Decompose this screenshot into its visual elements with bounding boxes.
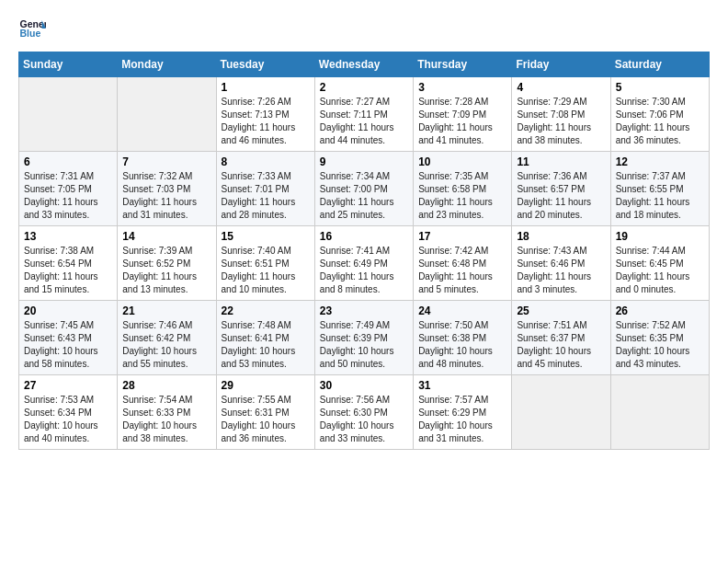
calendar-cell: 16Sunrise: 7:41 AMSunset: 6:49 PMDayligh… (314, 226, 413, 301)
calendar-cell (610, 375, 709, 450)
day-number: 23 (320, 304, 408, 317)
day-info: Sunrise: 7:54 AMSunset: 6:33 PMDaylight:… (122, 394, 210, 445)
day-info: Sunrise: 7:39 AMSunset: 6:52 PMDaylight:… (122, 245, 210, 296)
calendar-table: SundayMondayTuesdayWednesdayThursdayFrid… (18, 52, 710, 450)
day-number: 27 (24, 379, 112, 392)
svg-text:Blue: Blue (20, 28, 41, 39)
week-row-3: 13Sunrise: 7:38 AMSunset: 6:54 PMDayligh… (19, 226, 710, 301)
day-number: 19 (616, 230, 704, 243)
calendar-cell: 27Sunrise: 7:53 AMSunset: 6:34 PMDayligh… (19, 375, 118, 450)
day-number: 22 (222, 304, 310, 317)
calendar-cell: 15Sunrise: 7:40 AMSunset: 6:51 PMDayligh… (216, 226, 314, 301)
calendar-cell: 23Sunrise: 7:49 AMSunset: 6:39 PMDayligh… (314, 301, 413, 375)
day-number: 8 (222, 155, 310, 168)
day-number: 15 (222, 230, 310, 243)
logo: General Blue (18, 15, 50, 42)
day-info: Sunrise: 7:57 AMSunset: 6:29 PMDaylight:… (418, 394, 506, 445)
day-number: 13 (24, 230, 112, 243)
calendar-cell: 29Sunrise: 7:55 AMSunset: 6:31 PMDayligh… (216, 375, 314, 450)
day-info: Sunrise: 7:52 AMSunset: 6:35 PMDaylight:… (616, 319, 704, 371)
day-info: Sunrise: 7:46 AMSunset: 6:42 PMDaylight:… (122, 319, 210, 371)
day-number: 25 (517, 304, 605, 317)
day-number: 29 (222, 379, 310, 392)
calendar-cell: 26Sunrise: 7:52 AMSunset: 6:35 PMDayligh… (610, 301, 709, 375)
calendar-cell: 19Sunrise: 7:44 AMSunset: 6:45 PMDayligh… (610, 226, 709, 301)
day-info: Sunrise: 7:26 AMSunset: 7:13 PMDaylight:… (222, 96, 310, 147)
day-number: 12 (616, 155, 704, 168)
day-info: Sunrise: 7:51 AMSunset: 6:37 PMDaylight:… (517, 319, 605, 371)
day-number: 9 (320, 155, 408, 168)
day-number: 18 (517, 230, 605, 243)
day-number: 4 (517, 81, 605, 94)
page-header: General Blue (18, 15, 710, 42)
day-info: Sunrise: 7:44 AMSunset: 6:45 PMDaylight:… (616, 245, 704, 296)
calendar-cell: 21Sunrise: 7:46 AMSunset: 6:42 PMDayligh… (118, 301, 216, 375)
day-number: 7 (122, 155, 210, 168)
calendar-cell: 3Sunrise: 7:28 AMSunset: 7:09 PMDaylight… (414, 77, 512, 152)
weekday-header-sunday: Sunday (19, 52, 118, 77)
calendar-cell: 2Sunrise: 7:27 AMSunset: 7:11 PMDaylight… (314, 77, 413, 152)
day-number: 1 (222, 81, 310, 94)
week-row-2: 6Sunrise: 7:31 AMSunset: 7:05 PMDaylight… (19, 152, 710, 226)
day-number: 28 (122, 379, 210, 392)
day-info: Sunrise: 7:29 AMSunset: 7:08 PMDaylight:… (517, 96, 605, 147)
calendar-cell: 22Sunrise: 7:48 AMSunset: 6:41 PMDayligh… (216, 301, 314, 375)
weekday-header-saturday: Saturday (610, 52, 709, 77)
calendar-cell: 17Sunrise: 7:42 AMSunset: 6:48 PMDayligh… (414, 226, 512, 301)
day-info: Sunrise: 7:31 AMSunset: 7:05 PMDaylight:… (24, 170, 112, 222)
day-info: Sunrise: 7:43 AMSunset: 6:46 PMDaylight:… (517, 245, 605, 296)
weekday-header-tuesday: Tuesday (216, 52, 314, 77)
calendar-cell (19, 77, 118, 152)
calendar-cell: 10Sunrise: 7:35 AMSunset: 6:58 PMDayligh… (414, 152, 512, 226)
week-row-5: 27Sunrise: 7:53 AMSunset: 6:34 PMDayligh… (19, 375, 710, 450)
calendar-cell: 24Sunrise: 7:50 AMSunset: 6:38 PMDayligh… (414, 301, 512, 375)
day-info: Sunrise: 7:35 AMSunset: 6:58 PMDaylight:… (418, 170, 506, 222)
calendar-cell: 4Sunrise: 7:29 AMSunset: 7:08 PMDaylight… (512, 77, 610, 152)
calendar-cell: 20Sunrise: 7:45 AMSunset: 6:43 PMDayligh… (19, 301, 118, 375)
calendar-cell: 13Sunrise: 7:38 AMSunset: 6:54 PMDayligh… (19, 226, 118, 301)
calendar-cell: 6Sunrise: 7:31 AMSunset: 7:05 PMDaylight… (19, 152, 118, 226)
day-info: Sunrise: 7:55 AMSunset: 6:31 PMDaylight:… (222, 394, 310, 445)
calendar-cell: 11Sunrise: 7:36 AMSunset: 6:57 PMDayligh… (512, 152, 610, 226)
day-number: 26 (616, 304, 704, 317)
day-info: Sunrise: 7:37 AMSunset: 6:55 PMDaylight:… (616, 170, 704, 222)
weekday-header-wednesday: Wednesday (314, 52, 413, 77)
calendar-cell: 12Sunrise: 7:37 AMSunset: 6:55 PMDayligh… (610, 152, 709, 226)
day-info: Sunrise: 7:32 AMSunset: 7:03 PMDaylight:… (122, 170, 210, 222)
day-number: 3 (418, 81, 506, 94)
day-info: Sunrise: 7:38 AMSunset: 6:54 PMDaylight:… (24, 245, 112, 296)
calendar-cell: 31Sunrise: 7:57 AMSunset: 6:29 PMDayligh… (414, 375, 512, 450)
day-number: 11 (517, 155, 605, 168)
calendar-cell: 8Sunrise: 7:33 AMSunset: 7:01 PMDaylight… (216, 152, 314, 226)
day-info: Sunrise: 7:53 AMSunset: 6:34 PMDaylight:… (24, 394, 112, 445)
weekday-header-thursday: Thursday (414, 52, 512, 77)
day-info: Sunrise: 7:27 AMSunset: 7:11 PMDaylight:… (320, 96, 408, 147)
day-number: 6 (24, 155, 112, 168)
calendar-cell: 25Sunrise: 7:51 AMSunset: 6:37 PMDayligh… (512, 301, 610, 375)
day-info: Sunrise: 7:48 AMSunset: 6:41 PMDaylight:… (222, 319, 310, 371)
day-info: Sunrise: 7:41 AMSunset: 6:49 PMDaylight:… (320, 245, 408, 296)
weekday-header-friday: Friday (512, 52, 610, 77)
calendar-cell: 28Sunrise: 7:54 AMSunset: 6:33 PMDayligh… (118, 375, 216, 450)
calendar-cell (118, 77, 216, 152)
calendar-cell (512, 375, 610, 450)
calendar-cell: 1Sunrise: 7:26 AMSunset: 7:13 PMDaylight… (216, 77, 314, 152)
day-number: 31 (418, 379, 506, 392)
calendar-cell: 18Sunrise: 7:43 AMSunset: 6:46 PMDayligh… (512, 226, 610, 301)
day-info: Sunrise: 7:40 AMSunset: 6:51 PMDaylight:… (222, 245, 310, 296)
day-info: Sunrise: 7:34 AMSunset: 7:00 PMDaylight:… (320, 170, 408, 222)
logo-icon: General Blue (18, 15, 46, 42)
week-row-4: 20Sunrise: 7:45 AMSunset: 6:43 PMDayligh… (19, 301, 710, 375)
day-info: Sunrise: 7:45 AMSunset: 6:43 PMDaylight:… (24, 319, 112, 371)
day-number: 5 (616, 81, 704, 94)
day-number: 24 (418, 304, 506, 317)
calendar-cell: 5Sunrise: 7:30 AMSunset: 7:06 PMDaylight… (610, 77, 709, 152)
calendar-cell: 14Sunrise: 7:39 AMSunset: 6:52 PMDayligh… (118, 226, 216, 301)
day-number: 17 (418, 230, 506, 243)
day-number: 16 (320, 230, 408, 243)
day-info: Sunrise: 7:50 AMSunset: 6:38 PMDaylight:… (418, 319, 506, 371)
day-number: 2 (320, 81, 408, 94)
day-number: 21 (122, 304, 210, 317)
day-info: Sunrise: 7:42 AMSunset: 6:48 PMDaylight:… (418, 245, 506, 296)
day-info: Sunrise: 7:56 AMSunset: 6:30 PMDaylight:… (320, 394, 408, 445)
